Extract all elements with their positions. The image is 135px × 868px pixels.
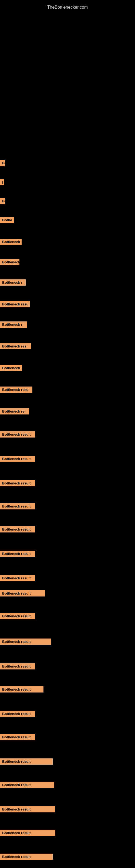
bottleneck-bar-12[interactable]: Bottleneck resu [0, 386, 32, 393]
bottleneck-bar-29[interactable]: Bottleneck result [0, 782, 54, 788]
bottleneck-bar-2[interactable]: | [0, 179, 4, 185]
site-title: TheBottlenecker.com [0, 2, 135, 10]
bottleneck-bar-21[interactable]: Bottleneck result [0, 590, 45, 596]
bottleneck-bar-28[interactable]: Bottleneck result [0, 758, 53, 765]
bottleneck-bar-16[interactable]: Bottleneck result [0, 480, 35, 486]
bottleneck-bar-4[interactable]: Bottle [0, 217, 14, 223]
bottleneck-bar-31[interactable]: Bottleneck result [0, 830, 55, 836]
bottleneck-bar-17[interactable]: Bottleneck result [0, 503, 35, 509]
bottleneck-bar-25[interactable]: Bottleneck result [0, 686, 43, 692]
bottleneck-bar-9[interactable]: Bottleneck r [0, 321, 27, 328]
bottleneck-bar-22[interactable]: Bottleneck result [0, 613, 35, 619]
bottleneck-bar-26[interactable]: Bottleneck result [0, 711, 35, 717]
bottleneck-bar-24[interactable]: Bottleneck result [0, 663, 35, 670]
bottleneck-bar-11[interactable]: Bottleneck [0, 365, 22, 371]
bottleneck-bar-8[interactable]: Bottleneck resu [0, 301, 30, 307]
bottleneck-bar-3[interactable]: B [0, 198, 5, 204]
bottleneck-bar-15[interactable]: Bottleneck result [0, 456, 35, 462]
bottleneck-bar-7[interactable]: Bottleneck r [0, 279, 26, 286]
bottleneck-bar-10[interactable]: Bottleneck res [0, 343, 31, 349]
bottleneck-bar-20[interactable]: Bottleneck result [0, 575, 35, 581]
bottleneck-bar-27[interactable]: Bottleneck result [0, 734, 35, 740]
bottleneck-bar-30[interactable]: Bottleneck result [0, 806, 55, 812]
bottleneck-bar-13[interactable]: Bottleneck re [0, 408, 29, 414]
bottleneck-bar-32[interactable]: Bottleneck result [0, 854, 53, 860]
bottleneck-bar-6[interactable]: Bottleneck [0, 259, 19, 265]
bottleneck-bar-19[interactable]: Bottleneck result [0, 551, 35, 557]
bottleneck-bar-23[interactable]: Bottleneck result [0, 639, 51, 645]
bottleneck-bar-14[interactable]: Bottleneck result [0, 431, 35, 437]
bottleneck-bar-1[interactable]: B [0, 160, 5, 166]
bottleneck-bar-5[interactable]: Bottleneck [0, 239, 21, 245]
bottleneck-bar-18[interactable]: Bottleneck result [0, 526, 35, 532]
